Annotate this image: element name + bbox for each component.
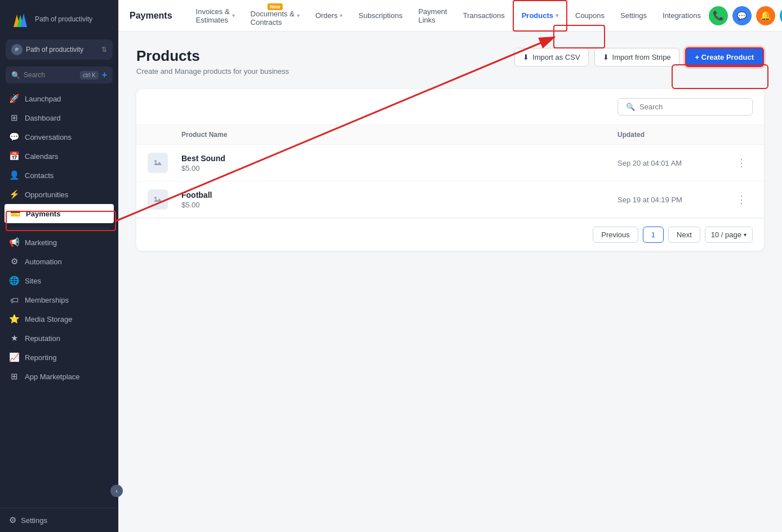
- sidebar-item-reputation[interactable]: ★ Reputation: [0, 329, 118, 348]
- sidebar-item-marketing[interactable]: 📢 Marketing: [0, 233, 118, 252]
- svg-point-6: [154, 197, 157, 199]
- sidebar-item-label: Dashboard: [25, 114, 61, 122]
- calendars-icon: 📅: [9, 151, 19, 161]
- current-page-button[interactable]: 1: [643, 227, 664, 243]
- contacts-icon: 👤: [9, 170, 19, 180]
- sidebar-item-dashboard[interactable]: ⊞ Dashboard: [0, 108, 118, 127]
- topbar-nav-invoices[interactable]: Invoices &Estimates ▾: [188, 0, 243, 32]
- page-title: Products: [136, 47, 289, 65]
- product-name: Best Sound: [181, 154, 617, 163]
- table-header: Product Name Updated: [136, 125, 764, 145]
- search-icon: 🔍: [11, 71, 20, 79]
- phone-icon-button[interactable]: 📞: [709, 6, 728, 25]
- product-search[interactable]: 🔍: [617, 98, 753, 116]
- sidebar-item-label: Memberships: [25, 296, 69, 304]
- sidebar-item-calendars[interactable]: 📅 Calendars: [0, 147, 118, 166]
- import-csv-button[interactable]: ⬇ Import as CSV: [514, 48, 589, 66]
- topbar-nav-subscriptions[interactable]: Subscriptions: [350, 0, 410, 32]
- col-header-product-name: Product Name: [181, 131, 617, 139]
- sidebar-item-automation[interactable]: ⚙ Automation: [0, 252, 118, 271]
- topbar-nav-documents[interactable]: New Documents &Contracts ▾: [243, 0, 308, 32]
- col-header-actions: [730, 131, 753, 139]
- workspace-switcher[interactable]: P Path of productivity ⇅: [6, 39, 113, 60]
- page-size-selector[interactable]: 10 / page ▾: [705, 227, 753, 243]
- sidebar-item-contacts[interactable]: 👤 Contacts: [0, 166, 118, 185]
- sidebar-item-label: Marketing: [25, 238, 57, 247]
- chevron-down-icon: ▾: [232, 12, 235, 19]
- product-search-input[interactable]: [639, 103, 744, 111]
- create-product-button[interactable]: + Create Product: [685, 47, 764, 67]
- chevron-down-icon: ▾: [556, 12, 558, 19]
- main-content: Payments Invoices &Estimates ▾ New Docum…: [118, 0, 782, 532]
- workspace-title: Path of productivity: [35, 15, 92, 24]
- table-pagination: Previous 1 Next 10 / page ▾: [136, 218, 764, 251]
- svg-point-4: [154, 160, 157, 162]
- next-page-button[interactable]: Next: [668, 227, 700, 243]
- media-storage-icon: ⭐: [9, 314, 19, 324]
- new-badge: New: [268, 3, 283, 10]
- sidebar-item-label: Launchpad: [25, 95, 61, 103]
- coupons-label: Coupons: [575, 11, 605, 20]
- sidebar-item-payments[interactable]: 💳 Payments: [5, 204, 114, 223]
- product-thumbnail: [148, 189, 168, 210]
- create-product-label: + Create Product: [695, 53, 754, 61]
- prev-page-button[interactable]: Previous: [593, 227, 638, 243]
- search-add-icon[interactable]: +: [102, 70, 107, 80]
- import-stripe-button[interactable]: ⬇ Import from Stripe: [594, 48, 679, 66]
- product-updated: Sep 19 at 04:19 PM: [617, 196, 730, 204]
- topbar-icons: 📞 💬 🔔 ? KR: [709, 6, 782, 25]
- sidebar-nav: 🚀 Launchpad ⊞ Dashboard 💬 Conversations …: [0, 89, 118, 508]
- products-table-container: 🔍 Product Name Updated: [136, 89, 764, 251]
- settings-icon: ⚙: [9, 515, 16, 525]
- sidebar-item-launchpad[interactable]: 🚀 Launchpad: [0, 89, 118, 108]
- topbar-nav-integrations[interactable]: Integrations: [655, 0, 709, 32]
- product-info: Best Sound $5.00: [181, 154, 617, 172]
- sidebar-item-media-storage[interactable]: ⭐ Media Storage: [0, 309, 118, 329]
- workspace-avatar: P: [11, 44, 23, 55]
- topbar-nav-orders[interactable]: Orders ▾: [308, 0, 351, 32]
- conversations-icon: 💬: [9, 132, 19, 142]
- settings-label[interactable]: Settings: [21, 516, 47, 525]
- help-icon-button[interactable]: ?: [780, 6, 782, 25]
- page-title-group: Products Create and Manage products for …: [136, 47, 289, 76]
- transactions-label: Transactions: [463, 11, 505, 20]
- product-more-button[interactable]: ⋮: [730, 193, 753, 206]
- marketing-icon: 📢: [9, 237, 19, 247]
- product-more-button[interactable]: ⋮: [730, 157, 753, 169]
- sidebar-bottom: ⚙ Settings: [0, 508, 118, 532]
- page-content: Products Create and Manage products for …: [118, 32, 782, 532]
- sidebar-item-label: Payments: [26, 210, 60, 218]
- automation-icon: ⚙: [9, 256, 19, 267]
- sidebar: Path of productivity P Path of productiv…: [0, 0, 118, 532]
- reporting-icon: 📈: [9, 352, 19, 362]
- chat-icon-button[interactable]: 💬: [732, 6, 752, 25]
- import-csv-label: Import as CSV: [532, 53, 580, 61]
- page-size-label: 10 / page: [711, 230, 741, 239]
- sidebar-item-app-marketplace[interactable]: ⊞ App Marketplace: [0, 367, 118, 386]
- sidebar-item-conversations[interactable]: 💬 Conversations: [0, 127, 118, 147]
- topbar-nav-payment-links[interactable]: PaymentLinks: [410, 0, 455, 32]
- sidebar-item-label: Media Storage: [25, 315, 73, 323]
- sidebar-item-sites[interactable]: 🌐 Sites: [0, 271, 118, 290]
- sidebar-collapse-button[interactable]: ‹: [110, 485, 123, 497]
- search-shortcut: ctrl K: [80, 71, 99, 79]
- table-row: Best Sound $5.00 Sep 20 at 04:01 AM ⋮: [136, 145, 764, 181]
- topbar-nav-coupons[interactable]: Coupons: [567, 0, 612, 32]
- chevron-down-icon: ▾: [340, 12, 343, 19]
- table-toolbar: 🔍: [136, 89, 764, 125]
- nav-divider: [9, 228, 109, 228]
- sidebar-item-opportunities[interactable]: ⚡ Opportunities: [0, 185, 118, 204]
- topbar-nav: Invoices &Estimates ▾ New Documents &Con…: [188, 0, 709, 32]
- sidebar-item-reporting[interactable]: 📈 Reporting: [0, 348, 118, 367]
- topbar-nav-transactions[interactable]: Transactions: [455, 0, 513, 32]
- stripe-download-icon: ⬇: [603, 53, 609, 61]
- integrations-label: Integrations: [663, 11, 701, 20]
- bell-icon-button[interactable]: 🔔: [756, 6, 775, 25]
- topbar-nav-products[interactable]: Products ▾: [513, 0, 567, 32]
- download-icon: ⬇: [523, 53, 529, 61]
- search-label: Search: [24, 71, 77, 79]
- sidebar-search[interactable]: 🔍 Search ctrl K +: [6, 66, 113, 83]
- payment-links-label: PaymentLinks: [418, 7, 447, 24]
- topbar-nav-settings[interactable]: Settings: [612, 0, 655, 32]
- sidebar-item-memberships[interactable]: 🏷 Memberships: [0, 290, 118, 309]
